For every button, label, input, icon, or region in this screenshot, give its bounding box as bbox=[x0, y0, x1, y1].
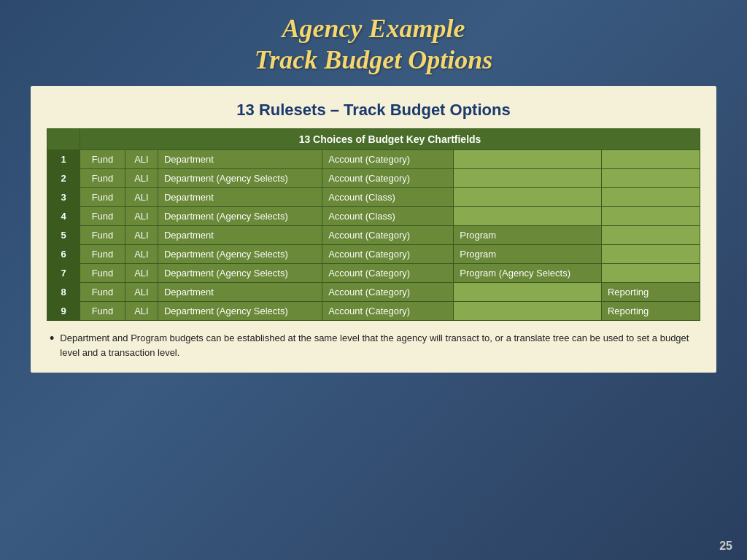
content-title: 13 Rulesets – Track Budget Options bbox=[47, 101, 700, 120]
budget-table: 13 Choices of Budget Key Chartfields 1Fu… bbox=[47, 128, 700, 321]
header-main-label: 13 Choices of Budget Key Chartfields bbox=[80, 129, 700, 150]
title-line2: Track Budget Options bbox=[255, 45, 493, 74]
page-number: 25 bbox=[719, 540, 732, 553]
table-row: 9FundALIDepartment (Agency Selects)Accou… bbox=[47, 302, 700, 321]
title-line1: Agency Example bbox=[282, 14, 465, 43]
table-row: 3FundALIDepartmentAccount (Class) bbox=[47, 188, 700, 207]
bullet-text-content: Department and Program budgets can be es… bbox=[60, 331, 697, 359]
header-empty bbox=[47, 129, 80, 150]
bullet-section: • Department and Program budgets can be … bbox=[47, 331, 700, 359]
table-row: 6FundALIDepartment (Agency Selects)Accou… bbox=[47, 245, 700, 264]
table-row: 4FundALIDepartment (Agency Selects)Accou… bbox=[47, 207, 700, 226]
slide-content: 13 Rulesets – Track Budget Options 13 Ch… bbox=[31, 86, 716, 373]
table-row: 8FundALIDepartmentAccount (Category)Repo… bbox=[47, 283, 700, 302]
slide-header: Agency Example Track Budget Options bbox=[0, 0, 747, 86]
table-row: 7FundALIDepartment (Agency Selects)Accou… bbox=[47, 264, 700, 283]
table-row: 1FundALIDepartmentAccount (Category) bbox=[47, 150, 700, 169]
slide-title: Agency Example Track Budget Options bbox=[29, 13, 718, 76]
bullet-dot: • bbox=[50, 331, 54, 347]
bullet-item: • Department and Program budgets can be … bbox=[50, 331, 697, 359]
table-header-row: 13 Choices of Budget Key Chartfields bbox=[47, 129, 700, 150]
table-row: 5FundALIDepartmentAccount (Category)Prog… bbox=[47, 226, 700, 245]
table-row: 2FundALIDepartment (Agency Selects)Accou… bbox=[47, 169, 700, 188]
